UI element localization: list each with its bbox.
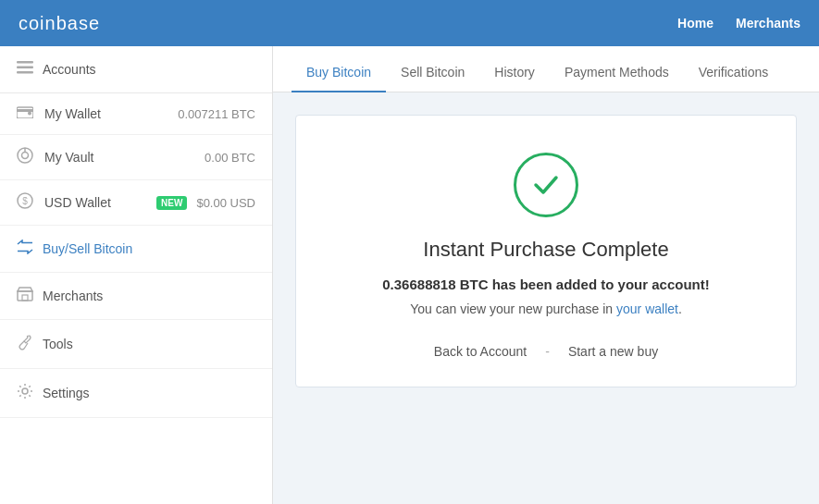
coinbase-logo: coinbase — [19, 13, 100, 34]
top-nav: coinbase Home Merchants — [0, 0, 819, 46]
tab-verifications[interactable]: Verifications — [684, 52, 783, 92]
svg-point-7 — [22, 153, 29, 159]
layout: Accounts My Wallet 0.007211 BTC — [0, 46, 819, 504]
your-wallet-link[interactable]: your wallet — [616, 301, 678, 316]
my-vault-balance: 0.00 BTC — [205, 151, 255, 165]
svg-rect-0 — [17, 61, 33, 64]
tab-sell-bitcoin[interactable]: Sell Bitcoin — [386, 52, 479, 92]
my-wallet-name: My Wallet — [44, 106, 168, 121]
sidebar-item-tools[interactable]: Tools — [0, 320, 272, 369]
vault-icon — [17, 147, 35, 167]
card-sub-text: You can view your new purchase in your w… — [410, 301, 682, 316]
sidebar: Accounts My Wallet 0.007211 BTC — [0, 46, 273, 504]
success-icon — [514, 153, 578, 217]
action-divider: - — [545, 344, 550, 359]
success-card: Instant Purchase Complete 0.36688818 BTC… — [295, 115, 797, 387]
merchants-sidebar-icon — [17, 287, 33, 305]
accounts-label: Accounts — [43, 62, 96, 77]
accounts-icon — [17, 61, 33, 78]
card-amount: 0.36688818 BTC has been added to your ac… — [382, 277, 709, 292]
svg-rect-5 — [28, 112, 31, 116]
svg-rect-4 — [17, 109, 33, 112]
svg-point-14 — [22, 388, 28, 394]
svg-rect-2 — [17, 71, 33, 74]
home-link[interactable]: Home — [677, 16, 714, 31]
usd-wallet-name: USD Wallet — [44, 195, 143, 210]
buy-sell-label: Buy/Sell Bitcoin — [43, 241, 132, 256]
wallet-item-my-wallet[interactable]: My Wallet 0.007211 BTC — [0, 93, 272, 135]
merchants-link[interactable]: Merchants — [736, 16, 800, 31]
sidebar-item-buy-sell[interactable]: Buy/Sell Bitcoin — [0, 226, 272, 273]
back-to-account-link[interactable]: Back to Account — [434, 344, 527, 359]
svg-rect-1 — [17, 67, 33, 69]
card-container: Instant Purchase Complete 0.36688818 BTC… — [273, 92, 819, 406]
card-actions: Back to Account - Start a new buy — [434, 344, 658, 359]
wallet-item-my-vault[interactable]: My Vault 0.00 BTC — [0, 135, 272, 180]
card-title: Instant Purchase Complete — [423, 238, 668, 262]
main-content: Buy Bitcoin Sell Bitcoin History Payment… — [273, 46, 819, 504]
wallet-item-usd[interactable]: $ USD Wallet NEW $0.00 USD — [0, 180, 272, 226]
svg-rect-13 — [22, 295, 28, 301]
tabs-bar: Buy Bitcoin Sell Bitcoin History Payment… — [273, 46, 819, 92]
buy-sell-icon — [17, 240, 33, 258]
tools-label: Tools — [43, 337, 73, 351]
tab-history[interactable]: History — [479, 52, 550, 92]
tab-buy-bitcoin[interactable]: Buy Bitcoin — [292, 52, 386, 92]
svg-rect-11 — [18, 291, 32, 301]
accounts-header: Accounts — [0, 46, 272, 93]
usd-icon: $ — [17, 192, 35, 213]
my-vault-name: My Vault — [44, 150, 195, 165]
new-badge: NEW — [156, 196, 187, 210]
wallet-icon — [17, 105, 35, 122]
my-wallet-balance: 0.007211 BTC — [178, 107, 255, 121]
usd-wallet-balance: $0.00 USD — [196, 196, 255, 210]
card-sub-after: . — [678, 301, 682, 316]
top-nav-links: Home Merchants — [677, 16, 800, 31]
sidebar-item-settings[interactable]: Settings — [0, 369, 272, 418]
start-new-buy-link[interactable]: Start a new buy — [568, 344, 658, 359]
settings-icon — [17, 383, 33, 403]
card-sub-before: You can view your new purchase in — [410, 301, 616, 316]
tools-icon — [17, 334, 33, 354]
svg-text:$: $ — [22, 196, 28, 206]
sidebar-item-merchants[interactable]: Merchants — [0, 273, 272, 320]
tab-payment-methods[interactable]: Payment Methods — [550, 52, 684, 92]
settings-label: Settings — [43, 386, 90, 400]
merchants-sidebar-label: Merchants — [43, 289, 103, 303]
